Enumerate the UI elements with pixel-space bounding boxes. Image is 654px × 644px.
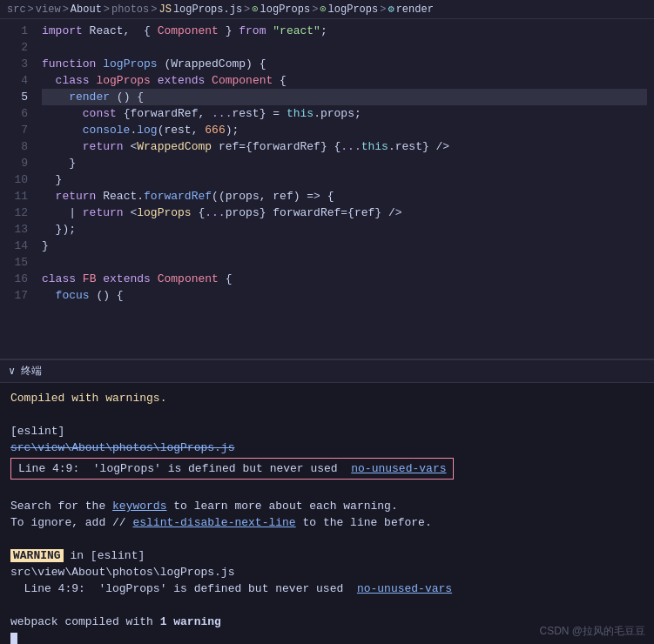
breadcrumb-file-icon: JS — [158, 3, 171, 16]
terminal-line-eslint: [eslint] — [10, 423, 644, 439]
terminal-line-search: Search for the keywords to learn more ab… — [10, 498, 644, 514]
breadcrumb-render: render — [396, 3, 434, 16]
code-line-12: | return <logProps {...props} forwardRef… — [42, 205, 647, 221]
terminal-line-compiled: Compiled with warnings. — [10, 390, 644, 406]
line-numbers: 1 2 3 4 5 6 7 8 9 10 11 12 13 14 15 16 1… — [0, 19, 35, 359]
breadcrumb-photos: photos — [111, 3, 149, 16]
code-editor[interactable]: 1 2 3 4 5 6 7 8 9 10 11 12 13 14 15 16 1… — [0, 19, 654, 359]
terminal-label: ∨ 终端 — [9, 364, 42, 379]
terminal-blank-4 — [10, 597, 644, 614]
breadcrumb-src: src — [7, 3, 26, 16]
code-line-6: const {forwardRef, ...rest} = this.props… — [42, 105, 647, 122]
watermark: CSDN @拉风的毛豆豆 — [539, 624, 645, 639]
terminal-body: Compiled with warnings. [eslint] src\vie… — [0, 383, 654, 644]
code-line-10: } — [42, 171, 647, 188]
code-line-8: return <WrappedComp ref={forwardRef} {..… — [42, 138, 647, 155]
code-line-2 — [42, 39, 647, 56]
breadcrumb-logprops2: logProps — [328, 3, 379, 16]
code-line-1: import React, { Component } from "react"… — [42, 23, 647, 39]
breadcrumb: src > view > About > photos > JS logProp… — [0, 0, 654, 19]
breadcrumb-filename: logProps.js — [173, 3, 242, 16]
terminal-line-path: src\view\About\photos\logProps.js — [10, 439, 644, 456]
code-line-17: focus () { — [42, 287, 647, 304]
terminal-line-path2: src\view\About\photos\logProps.js — [10, 564, 644, 580]
code-line-15 — [42, 254, 647, 271]
breadcrumb-render-icon: ⚙ — [388, 3, 394, 16]
code-line-4: class logProps extends Component { — [42, 72, 647, 89]
code-lines: import React, { Component } from "react"… — [35, 19, 654, 359]
code-line-5: render () { — [42, 89, 647, 105]
code-line-9: } — [42, 155, 647, 171]
terminal-warning-badge: WARNING — [10, 549, 64, 562]
terminal-warning-count: 1 warning — [160, 615, 221, 628]
code-line-14: } — [42, 238, 647, 254]
terminal-header: ∨ 终端 — [0, 360, 654, 383]
breadcrumb-class2-icon: ⊙ — [320, 3, 326, 16]
terminal-blank-3 — [10, 531, 644, 547]
breadcrumb-logprops1: logProps — [260, 3, 311, 16]
terminal-disable-link[interactable]: eslint-disable-next-line — [132, 516, 295, 529]
terminal-blank-2 — [10, 481, 644, 498]
breadcrumb-view: view — [36, 3, 61, 16]
code-line-13: }); — [42, 221, 647, 238]
code-line-11: return React.forwardRef((props, ref) => … — [42, 188, 647, 205]
terminal-line-warning-in: WARNING in [eslint] — [10, 547, 644, 564]
code-line-7: console.log(rest, 666); — [42, 122, 647, 138]
terminal-no-unused-vars2-link[interactable]: no-unused-vars — [357, 582, 452, 595]
terminal-warn-box: Line 4:9: 'logProps' is defined but neve… — [10, 458, 454, 480]
terminal-no-unused-vars-link[interactable]: no-unused-vars — [351, 462, 446, 475]
terminal-keywords-link[interactable]: keywords — [112, 500, 166, 513]
terminal-warning-in-text: in [eslint] — [70, 549, 145, 562]
terminal-line-ignore: To ignore, add // eslint-disable-next-li… — [10, 514, 644, 531]
code-line-3: function logProps (WrappedComp) { — [42, 56, 647, 72]
terminal-blank-1 — [10, 406, 644, 423]
breadcrumb-class-icon: ⊙ — [252, 3, 258, 16]
breadcrumb-about: About — [71, 3, 102, 16]
terminal-line-warn2: Line 4:9: 'logProps' is defined but neve… — [10, 580, 644, 597]
terminal-panel: ∨ 终端 Compiled with warnings. [eslint] sr… — [0, 359, 654, 644]
code-line-16: class FB extends Component { — [42, 271, 647, 287]
terminal-cursor — [10, 633, 17, 644]
